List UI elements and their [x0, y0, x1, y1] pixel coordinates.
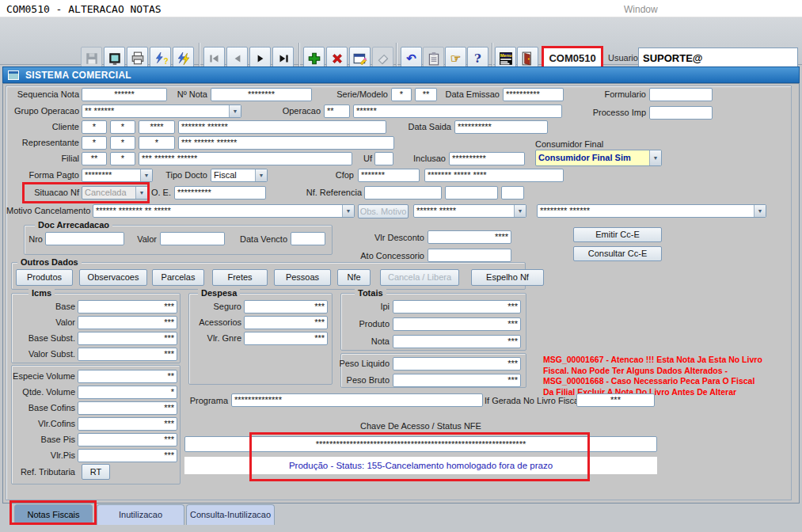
motivo-cancelamento-combo[interactable]: ****** ******* ** *****▼: [93, 204, 355, 218]
tipo-docto-combo[interactable]: Fiscal▼: [211, 169, 268, 182]
serie-field[interactable]: *: [391, 88, 412, 101]
representante-field-3[interactable]: *: [139, 136, 175, 150]
nf-referencia-field-3[interactable]: [501, 186, 524, 200]
cliente-field-2[interactable]: *: [110, 120, 135, 134]
data-vencto-field[interactable]: [291, 232, 325, 245]
chevron-down-icon[interactable]: ▼: [754, 205, 766, 217]
representante-field-1[interactable]: *: [82, 136, 107, 150]
printer-icon: [131, 51, 145, 66]
operacao-descricao-field[interactable]: ******: [353, 104, 562, 118]
formulario-field[interactable]: [649, 88, 713, 101]
forma-pagto-combo[interactable]: ********▼: [82, 169, 153, 182]
gerada-livro-field[interactable]: ***: [576, 393, 655, 407]
inclusao-field[interactable]: **********: [449, 152, 525, 165]
base-cofins-field[interactable]: ***: [78, 401, 177, 415]
usuario-input[interactable]: SUPORTE@: [638, 48, 798, 69]
fretes-button[interactable]: Fretes: [212, 269, 268, 286]
peso-bruto-field[interactable]: ***: [393, 374, 521, 387]
especie-volume-field[interactable]: **: [78, 370, 177, 383]
especie-volume-label: Especie Volume: [6, 371, 75, 381]
consultar-cce-button[interactable]: Consultar Cc-E: [573, 246, 662, 261]
qtde-volume-field[interactable]: *: [78, 386, 177, 399]
chevron-down-icon[interactable]: ▼: [255, 169, 267, 181]
pessoas-button[interactable]: Pessoas: [274, 269, 331, 286]
data-saida-label: Data Saida: [398, 122, 451, 131]
nro-label: Nro: [24, 234, 43, 244]
chevron-down-icon[interactable]: ▼: [140, 169, 152, 181]
rt-button[interactable]: RT: [82, 464, 110, 480]
tab-consulta-inutilizacao[interactable]: Consulta-Inutilizacao: [186, 504, 275, 525]
icms-valor-subst-field[interactable]: ***: [78, 348, 177, 361]
chave-acesso-field[interactable]: ****************************************…: [184, 436, 657, 452]
seguro-field[interactable]: ***: [244, 300, 328, 314]
nro-field[interactable]: [45, 232, 124, 245]
outros-dados-title: Outros Dados: [17, 257, 82, 267]
consumidor-final-combo[interactable]: Consumidor Final Sim▼: [535, 150, 662, 166]
emitir-cce-button[interactable]: Emitir Cc-E: [573, 227, 662, 242]
nfe-button[interactable]: Nfe: [337, 269, 371, 286]
operacao-codigo-field[interactable]: **: [324, 104, 350, 118]
numero-nota-label: Nº Nota: [161, 89, 207, 99]
chevron-down-icon[interactable]: ▼: [229, 105, 241, 117]
chevron-down-icon[interactable]: ▼: [649, 150, 661, 165]
obs-motivo-button[interactable]: Obs. Motivo: [358, 204, 409, 218]
cliente-field-1[interactable]: *: [82, 120, 107, 134]
chevron-down-icon[interactable]: ▼: [135, 187, 147, 199]
filial-field-2[interactable]: *: [110, 152, 135, 165]
nf-referencia-field-1[interactable]: [364, 186, 442, 200]
grupo-operacao-combo[interactable]: ** ******▼: [82, 104, 241, 118]
filial-field-1[interactable]: **: [82, 152, 107, 165]
screen-icon: [108, 51, 122, 66]
seguro-label: Seguro: [176, 302, 241, 311]
data-emissao-field[interactable]: **********: [503, 88, 564, 101]
chevron-down-icon[interactable]: ▼: [342, 205, 354, 217]
vlr-cofins-field[interactable]: ***: [78, 417, 177, 431]
nf-referencia-field-2[interactable]: [445, 186, 498, 200]
espelho-nf-button[interactable]: Espelho Nf: [471, 269, 544, 286]
icms-valor-field[interactable]: ***: [78, 316, 177, 329]
ipi-field[interactable]: ***: [393, 300, 521, 314]
icms-valor-subst-label: Valor Subst.: [6, 349, 75, 359]
data-saida-field[interactable]: **********: [454, 120, 548, 134]
qtde-volume-label: Qtde. Volume: [6, 387, 75, 397]
icms-base-subst-field[interactable]: ***: [78, 332, 177, 345]
processo-imp-field[interactable]: [649, 106, 713, 120]
tab-notas-fiscais[interactable]: Notas Fiscais: [14, 504, 93, 525]
acessorios-field[interactable]: ***: [244, 316, 328, 329]
parcelas-button[interactable]: Parcelas: [152, 269, 204, 286]
cfop-codigo-field[interactable]: *******: [358, 169, 420, 182]
tab-inutilizacao[interactable]: Inutilizacao: [97, 504, 184, 525]
nota-field[interactable]: ***: [393, 335, 521, 348]
observacoes-button[interactable]: Observacoes: [79, 269, 147, 286]
motivo-combo-3[interactable]: ******** ******▼: [537, 204, 766, 218]
cfop-descricao-field[interactable]: ******* ***** ****: [424, 169, 564, 182]
modelo-field[interactable]: **: [415, 88, 437, 101]
base-pis-field[interactable]: ***: [78, 433, 177, 446]
situacao-nf-combo[interactable]: Cancelada▼: [82, 186, 148, 200]
processo-imp-label: Processo Imp: [586, 108, 646, 117]
first-record-icon: [207, 51, 222, 66]
uf-field[interactable]: [374, 152, 393, 165]
cliente-field-3[interactable]: ****: [139, 120, 175, 134]
icms-base-field[interactable]: ***: [78, 300, 177, 314]
vlr-gnre-field[interactable]: ***: [244, 332, 328, 345]
cliente-nome-field[interactable]: ******* ******: [178, 120, 386, 134]
motivo-combo-2[interactable]: ****** *****▼: [413, 204, 526, 218]
cancela-libera-button[interactable]: Cancela / Libera: [380, 269, 459, 286]
oe-field[interactable]: **********: [174, 186, 266, 200]
programa-field[interactable]: **************: [231, 393, 483, 407]
representante-nome-field[interactable]: *** ****** ******: [178, 136, 394, 150]
sequencia-nota-field[interactable]: ******: [82, 88, 167, 101]
chevron-down-icon[interactable]: ▼: [514, 205, 526, 217]
produto-field[interactable]: ***: [393, 317, 521, 331]
vlr-desconto-field[interactable]: ****: [428, 230, 511, 244]
peso-liquido-field[interactable]: ***: [393, 357, 521, 370]
vlr-pis-field[interactable]: ***: [78, 449, 177, 462]
menu-item-window[interactable]: Window: [624, 4, 658, 15]
filial-nome-field[interactable]: *** ****** ******: [139, 152, 352, 165]
ato-concessorio-field[interactable]: [428, 249, 511, 262]
numero-nota-field[interactable]: ********: [211, 88, 312, 101]
produtos-button[interactable]: Produtos: [16, 269, 73, 286]
representante-field-2[interactable]: *: [110, 136, 135, 150]
valor-doc-field[interactable]: [160, 232, 225, 245]
